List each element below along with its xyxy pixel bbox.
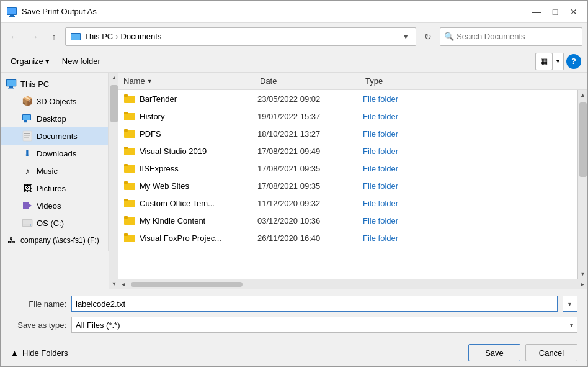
col-header-type[interactable]: Type <box>365 76 582 86</box>
nav-scrollbar-thumb[interactable] <box>110 85 118 122</box>
videos-icon <box>22 200 33 211</box>
file-name: PDFS <box>140 129 257 138</box>
file-scrollbar-thumb[interactable] <box>579 102 587 177</box>
filetype-value: All Files (*.*) <box>76 320 570 330</box>
cancel-button[interactable]: Cancel <box>525 344 577 361</box>
file-row[interactable]: My Web Sites 17/08/2021 09:35 File folde… <box>118 177 577 194</box>
file-row[interactable]: Visual Studio 2019 17/08/2021 09:49 File… <box>118 142 577 160</box>
filetype-dropdown[interactable]: All Files (*.*) ▾ <box>71 317 577 333</box>
col-sort-icon: ▼ <box>147 78 153 84</box>
close-button[interactable]: ✕ <box>565 3 582 20</box>
filename-input[interactable] <box>71 296 558 312</box>
svg-point-23 <box>30 225 31 226</box>
hide-folders-button[interactable]: ▲ Hide Folders <box>11 348 68 358</box>
nav-label-downloads: Downloads <box>37 149 76 158</box>
view-button[interactable]: ▦ <box>535 53 553 70</box>
file-type: File folder <box>363 199 572 208</box>
nav-item-videos[interactable]: Videos <box>1 197 108 214</box>
nav-item-company[interactable]: 🖧 company (\\scs-fs1) (F:) <box>1 232 108 249</box>
nav-label-this-pc: This PC <box>20 79 49 89</box>
svg-rect-2 <box>10 15 14 16</box>
bottom-section: File name: ▾ Save as type: All Files (*.… <box>1 289 587 339</box>
nav-item-3d-objects[interactable]: 📦 3D Objects <box>1 93 108 110</box>
file-type: File folder <box>363 233 572 243</box>
view-dropdown-button[interactable]: ▾ <box>553 53 564 70</box>
svg-rect-42 <box>124 233 128 236</box>
folder-icon <box>123 232 136 244</box>
nav-item-music[interactable]: ♪ Music <box>1 162 108 179</box>
filename-dropdown-button[interactable]: ▾ <box>563 296 577 312</box>
help-button[interactable]: ? <box>566 54 581 69</box>
file-row[interactable]: History 19/01/2022 15:37 File folder <box>118 107 577 125</box>
folder-icon <box>123 179 136 192</box>
dialog-title: Save Print Output As <box>22 7 528 16</box>
nav-item-downloads[interactable]: ⬇ Downloads <box>1 145 108 162</box>
svg-rect-32 <box>124 147 128 149</box>
file-list: BarTender 23/05/2022 09:02 File folder H… <box>118 90 577 279</box>
refresh-button[interactable]: ↻ <box>419 27 437 46</box>
svg-marker-19 <box>29 204 32 207</box>
folder-icon <box>123 93 136 105</box>
file-row[interactable]: Visual FoxPro Projec... 26/11/2020 16:40… <box>118 229 577 247</box>
nav-scroll-down[interactable]: ▼ <box>109 279 119 289</box>
svg-rect-36 <box>124 181 128 184</box>
save-button[interactable]: Save <box>468 344 520 361</box>
save-dialog: Save Print Output As — □ ✕ ← → ↑ This PC… <box>0 0 588 367</box>
organize-dropdown-icon: ▾ <box>45 57 50 66</box>
search-icon: 🔍 <box>444 32 454 41</box>
address-dropdown-button[interactable]: ▾ <box>399 30 412 43</box>
horizontal-scrollbar: ◄ ► <box>118 279 587 289</box>
file-row[interactable]: IISExpress 17/08/2021 09:35 File folder <box>118 160 577 177</box>
svg-rect-28 <box>124 112 128 114</box>
nav-item-os-c[interactable]: OS (C:) <box>1 214 108 232</box>
file-name: My Web Sites <box>140 181 257 191</box>
up-button[interactable]: ↑ <box>45 28 63 45</box>
file-name: IISExpress <box>140 164 257 173</box>
file-scroll-down[interactable]: ▼ <box>578 269 588 279</box>
h-scroll-track <box>128 281 577 288</box>
maximize-button[interactable]: □ <box>546 3 564 20</box>
col-header-name[interactable]: Name ▼ <box>123 76 260 86</box>
file-type: File folder <box>363 94 572 104</box>
file-scroll-up[interactable]: ▲ <box>578 90 588 100</box>
svg-rect-7 <box>7 80 16 86</box>
svg-rect-16 <box>24 135 30 136</box>
back-button[interactable]: ← <box>6 28 23 45</box>
svg-rect-12 <box>24 120 27 122</box>
nav-item-documents[interactable]: Documents <box>1 127 108 145</box>
title-bar: Save Print Output As — □ ✕ <box>1 1 587 23</box>
minimize-button[interactable]: — <box>528 3 545 20</box>
organize-button[interactable]: Organize ▾ <box>7 55 53 68</box>
search-input[interactable] <box>457 32 578 41</box>
file-row[interactable]: Custom Office Tem... 11/12/2020 09:32 Fi… <box>118 194 577 212</box>
h-scroll-right[interactable]: ► <box>577 279 587 289</box>
documents-icon <box>22 130 33 142</box>
file-date: 19/01/2022 15:37 <box>257 112 363 121</box>
address-bar[interactable]: This PC › Documents ▾ <box>65 27 416 46</box>
file-name: BarTender <box>140 94 257 104</box>
search-box[interactable]: 🔍 <box>440 27 582 46</box>
nav-scroll-up[interactable]: ▲ <box>109 73 119 83</box>
col-name-label: Name <box>123 76 145 86</box>
svg-rect-8 <box>9 86 13 88</box>
h-scroll-thumb[interactable] <box>131 282 243 287</box>
nav-panel: This PC 📦 3D Objects <box>1 73 109 251</box>
nav-item-desktop[interactable]: Desktop <box>1 110 108 127</box>
svg-rect-34 <box>124 164 128 166</box>
nav-item-this-pc[interactable]: This PC <box>1 75 108 93</box>
svg-rect-5 <box>71 34 80 40</box>
col-header-date[interactable]: Date <box>260 76 365 86</box>
app-icon <box>6 6 18 18</box>
file-row[interactable]: BarTender 23/05/2022 09:02 File folder <box>118 90 577 107</box>
new-folder-button[interactable]: New folder <box>58 55 104 68</box>
svg-rect-21 <box>23 220 32 224</box>
svg-rect-18 <box>23 202 29 209</box>
svg-rect-3 <box>9 16 15 17</box>
file-row[interactable]: My Kindle Content 03/12/2020 10:36 File … <box>118 212 577 229</box>
downloads-icon: ⬇ <box>22 148 33 159</box>
forward-button[interactable]: → <box>25 28 43 45</box>
nav-item-pictures[interactable]: 🖼 Pictures <box>1 179 108 197</box>
view-controls: ▦ ▾ ? <box>535 53 581 70</box>
file-row[interactable]: PDFS 18/10/2021 13:27 File folder <box>118 125 577 142</box>
h-scroll-left[interactable]: ◄ <box>118 279 128 289</box>
